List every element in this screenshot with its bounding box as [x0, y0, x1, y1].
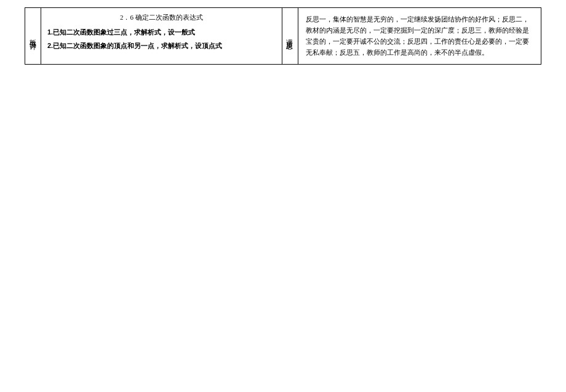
reflection-text: 反思一，集体的智慧是无穷的，一定继续发扬团结协作的好作风；反思二，教材的内涵是无…: [306, 14, 534, 58]
reflection-label-text: 课后反思: [285, 34, 295, 39]
board-design-label: 板书设计: [25, 8, 41, 64]
lesson-plan-table: 板书设计 2．6 确定二次函数的表达式 1.已知二次函数图象过三点，求解析式，设…: [25, 7, 541, 65]
board-design-content: 2．6 确定二次函数的表达式 1.已知二次函数图象过三点，求解析式，设一般式 2…: [41, 8, 282, 64]
reflection-content: 反思一，集体的智慧是无穷的，一定继续发扬团结协作的好作风；反思二，教材的内涵是无…: [298, 8, 541, 64]
reflection-label: 课后反思: [282, 8, 298, 64]
board-point-2: 2.已知二次函数图象的顶点和另一点，求解析式，设顶点式: [47, 40, 276, 52]
board-design-label-text: 板书设计: [28, 34, 38, 39]
board-point-1: 1.已知二次函数图象过三点，求解析式，设一般式: [47, 26, 276, 39]
lesson-title: 2．6 确定二次函数的表达式: [47, 12, 276, 24]
